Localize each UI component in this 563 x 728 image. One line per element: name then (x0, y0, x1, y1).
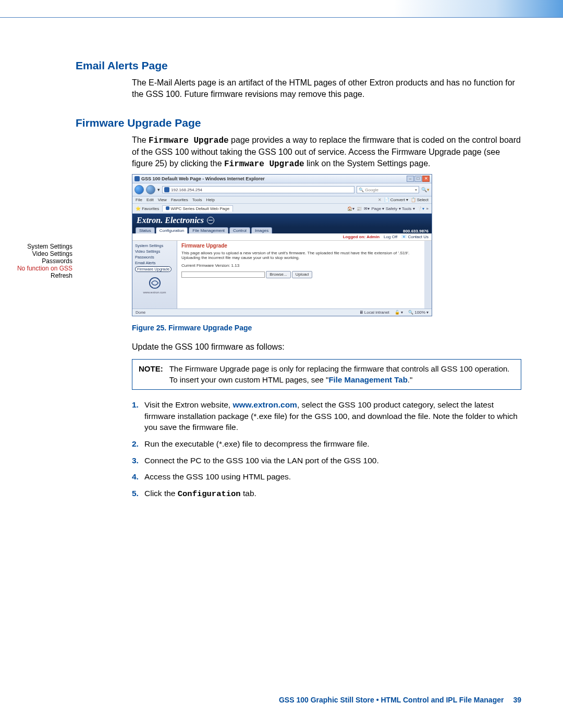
sidebar-item-system-settings[interactable]: System Settings (134, 243, 175, 249)
ie-status-bar: Done 🖥 Local intranet 🔓 ▾ 🔍 100% ▾ (132, 309, 432, 316)
mail-icon[interactable]: ✉▾ (364, 206, 370, 211)
note-text: The Firmware Upgrade page is only for re… (169, 364, 515, 385)
sidebar-item-firmware-upgrade[interactable]: Firmware Upgrade (134, 266, 175, 273)
favorites-button[interactable]: ⭐ Favorites (136, 206, 159, 211)
back-button[interactable] (134, 185, 144, 194)
mono-text: Firmware Upgrade (224, 159, 304, 169)
toolbar-right[interactable]: 🏠▾ 📰 ✉▾ Page ▾ Safety ▾ Tools ▾ ❔▾ » (347, 206, 429, 211)
figure-caption: Figure 25. Firmware Upgrade Page (132, 324, 521, 332)
label-passwords: Passwords (8, 258, 72, 265)
sidebar-item-passwords[interactable]: Passwords (134, 254, 175, 260)
note-label: NOTE: (139, 364, 163, 385)
ie-menu-row: File Edit View Favorites Tools Help ✕ 📄 … (132, 196, 432, 204)
login-status-bar: Logged on: Admin Log Off 📧 Contact Us (132, 233, 432, 241)
mono-text: Firmware Upgrade (149, 136, 229, 145)
menu-edit[interactable]: Edit (146, 198, 154, 202)
page-top-band (0, 0, 563, 18)
feed-icon[interactable]: 📰 (357, 206, 362, 211)
figure-side-labels: System Settings Video Settings Passwords… (8, 243, 72, 279)
label-video-settings: Video Settings (8, 251, 72, 258)
tab-status[interactable]: Status (136, 227, 155, 233)
select-button[interactable]: 📋 Select (411, 198, 429, 202)
maximize-button[interactable]: □ (414, 176, 422, 182)
tab-file-management[interactable]: File Management (189, 227, 228, 233)
steps-list: 1. Visit the Extron website, www.extron.… (132, 399, 521, 500)
minimize-button[interactable]: – (407, 176, 414, 182)
label-no-function: No function on GSS (8, 265, 72, 273)
home-icon[interactable]: 🏠▾ (347, 206, 354, 211)
search-input[interactable]: 🔍 Google▾ (357, 186, 419, 193)
firmware-version: Current Firmware Version: 1.13 (181, 263, 420, 268)
file-path-input[interactable] (181, 272, 265, 278)
status-zone: 🖥 Local intranet (359, 310, 389, 315)
tab-images[interactable]: Images (251, 227, 272, 233)
step-number: 3. (132, 455, 144, 466)
mono-text: Configuration (178, 489, 241, 499)
ie-app-icon (134, 176, 140, 181)
pane-heading: Firmware Upgrade (181, 243, 420, 249)
upload-button[interactable]: Upload (292, 271, 312, 278)
menu-view[interactable]: View (158, 198, 167, 202)
heading-email-alerts: Email Alerts Page (76, 59, 521, 72)
logged-on-label: Logged on: Admin (343, 235, 380, 239)
tab-configuration[interactable]: Configuration (156, 227, 188, 233)
note-box: NOTE: The Firmware Upgrade page is only … (132, 359, 521, 390)
ie-address-bar: ▾ 192.168.254.254 🔍 Google▾ 🔍▾ (132, 183, 432, 196)
step-number: 2. (132, 438, 144, 450)
step-2: 2. Run the executable (*.exe) file to de… (132, 438, 521, 450)
sidebar-item-email-alerts[interactable]: Email Alerts (134, 260, 175, 266)
page-number: 39 (513, 696, 521, 704)
browse-button[interactable]: Browse... (266, 271, 290, 278)
label-system-settings: System Settings (8, 243, 72, 251)
convert-button[interactable]: 📄 Convert ▾ (384, 198, 408, 202)
heading-firmware-upgrade: Firmware Upgrade Page (76, 117, 521, 129)
sidebar-url: www.extron.com (134, 290, 175, 294)
page-footer: GSS 100 Graphic Still Store • HTML Contr… (279, 696, 521, 704)
active-tab[interactable]: WIPC Series Default Web Page (162, 205, 233, 212)
logoff-link[interactable]: Log Off (384, 235, 397, 239)
extron-logo-icon (148, 277, 162, 289)
config-sidebar: System Settings Video Settings Passwords… (132, 241, 177, 309)
page-icon (164, 187, 169, 192)
step-5: 5. Click the Configuration tab. (132, 488, 521, 500)
forward-button[interactable] (146, 185, 155, 194)
step-number: 5. (132, 488, 144, 500)
status-zoom[interactable]: 🔍 100% ▾ (408, 310, 429, 315)
step-number: 4. (132, 471, 144, 483)
text: link on the System Settings page. (304, 159, 431, 168)
main-pane: Firmware Upgrade This page allows you to… (177, 241, 432, 309)
tab-control[interactable]: Control (229, 227, 250, 233)
file-management-link[interactable]: File Management Tab (328, 375, 407, 384)
page-body: System Settings Video Settings Passwords… (132, 241, 432, 309)
extron-tabs: Status Configuration File Management Con… (132, 227, 432, 233)
paragraph-firmware-intro: The Firmware Upgrade page provides a way… (132, 134, 521, 170)
contact-link[interactable]: 📧 Contact Us (401, 235, 429, 239)
menu-favorites[interactable]: Favorites (171, 198, 188, 202)
sidebar-item-video-settings[interactable]: Video Settings (134, 249, 175, 254)
ie-favorites-row: ⭐ Favorites WIPC Series Default Web Page… (132, 204, 432, 214)
window-title: GSS 100 Default Web Page - Windows Inter… (134, 176, 265, 181)
menu-help[interactable]: Help (206, 198, 214, 202)
step-4: 4. Access the GSS 100 using HTML pages. (132, 471, 521, 483)
help-icon[interactable]: ❔▾ (417, 206, 424, 211)
update-instruction: Update the GSS 100 firmware as follows: (132, 341, 521, 353)
text: The (132, 135, 149, 144)
menu-tools[interactable]: Tools (192, 198, 202, 202)
status-done: Done (136, 310, 145, 315)
extron-website-link[interactable]: www.extron.com (232, 400, 297, 409)
paragraph-email-alerts: The E-Mail Alerts page is an artifact of… (132, 77, 521, 100)
extron-brand-bar: Extron. Electronics (132, 214, 432, 227)
status-protected: 🔓 ▾ (395, 310, 403, 315)
ie-titlebar: GSS 100 Default Web Page - Windows Inter… (132, 175, 432, 183)
phone-number: 800.633.9876 (403, 229, 429, 233)
pane-description: This page allows you to upload a new ver… (181, 251, 420, 260)
close-button[interactable]: ✕ (422, 176, 430, 182)
step-3: 3. Connect the PC to the GSS 100 via the… (132, 455, 521, 466)
menu-file[interactable]: File (136, 198, 142, 202)
globe-icon (207, 217, 214, 224)
address-input[interactable]: 192.168.254.254 (162, 186, 354, 193)
page-content: Email Alerts Page The E-Mail Alerts page… (0, 18, 563, 500)
step-number: 1. (132, 399, 144, 433)
label-refresh: Refresh (8, 273, 72, 280)
figure-firmware-upgrade: System Settings Video Settings Passwords… (76, 174, 521, 316)
